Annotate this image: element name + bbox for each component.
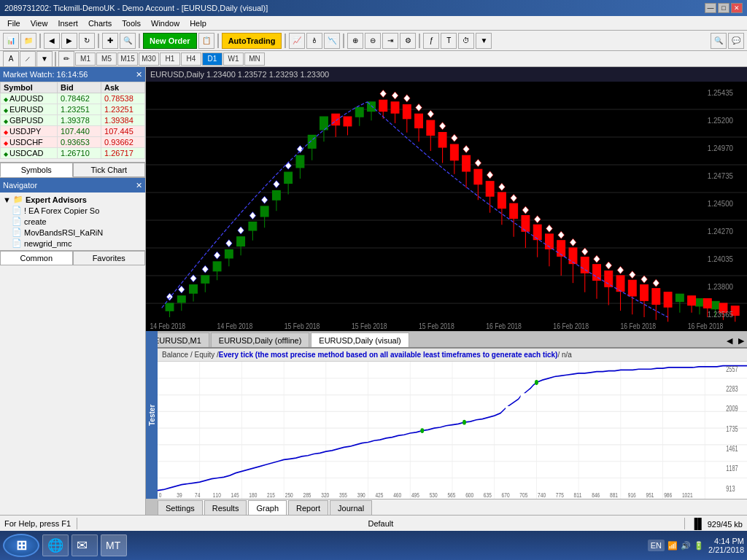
chart-tab-daily-offline[interactable]: EURUSD,Daily (offline): [211, 332, 310, 347]
tb-period-sep[interactable]: ⏱: [458, 33, 474, 49]
mw-tab-symbols[interactable]: Symbols: [0, 163, 73, 177]
locale-indicator[interactable]: EN: [648, 540, 665, 551]
tb-zoom-out[interactable]: ⊖: [365, 33, 381, 49]
tb-news[interactable]: 💬: [728, 33, 744, 49]
tf-h1[interactable]: H1: [160, 52, 180, 66]
menu-view[interactable]: View: [26, 18, 53, 28]
tb-order-icon[interactable]: 📋: [198, 33, 214, 49]
tb-open[interactable]: 📁: [20, 33, 36, 49]
status-bar: For Help, press F1 Default ▐▌ 929/45 kb: [0, 515, 747, 531]
auto-trading-button[interactable]: AutoTrading: [222, 33, 282, 49]
title-text: 2089731202: Tickmill-DemoUK - Demo Accou…: [4, 4, 268, 12]
svg-text:635: 635: [484, 491, 492, 499]
tb-back[interactable]: ◀: [44, 33, 60, 49]
tf-m1[interactable]: M1: [75, 52, 96, 66]
draw-tools-more[interactable]: ▼: [36, 51, 53, 67]
market-watch-row[interactable]: EURUSD1.232511.23251: [1, 104, 145, 115]
menu-help[interactable]: Help: [185, 18, 211, 28]
chart-tab-next-icon[interactable]: ▶: [735, 335, 747, 347]
navigator-close-icon[interactable]: ✕: [136, 181, 142, 190]
tester-tab-settings[interactable]: Settings: [158, 500, 203, 515]
svg-text:215: 215: [267, 491, 275, 499]
market-watch-row[interactable]: USDCHF0.936530.93662: [1, 137, 145, 148]
svg-text:1735: 1735: [726, 425, 738, 433]
status-sep1: [77, 518, 77, 529]
menu-charts[interactable]: Charts: [84, 18, 116, 28]
market-watch-row[interactable]: GBPUSD1.393781.39384: [1, 115, 145, 126]
tester-tabs-bar: Settings Results Graph Report Journal: [158, 499, 747, 515]
menu-tools[interactable]: Tools: [117, 18, 145, 28]
tb-forward[interactable]: ▶: [61, 33, 77, 49]
tb-more[interactable]: ▼: [476, 33, 492, 49]
mw-tab-tick-chart[interactable]: Tick Chart: [73, 163, 146, 177]
tf-mn[interactable]: MN: [244, 52, 265, 66]
tf-d1[interactable]: D1: [202, 52, 222, 66]
chart-tab-daily-visual[interactable]: EURUSD,Daily (visual): [311, 332, 409, 347]
draw-cursor[interactable]: A: [3, 51, 19, 67]
draw-pen[interactable]: ✏: [58, 51, 74, 67]
new-order-button[interactable]: New Order: [143, 33, 197, 49]
graph-area[interactable]: 2557 2283 2009 1735 1461 1187 913 0 39 7…: [158, 362, 747, 499]
nav-item-ea2[interactable]: 📄 create: [10, 216, 144, 227]
tb-properties[interactable]: ⚙: [400, 33, 416, 49]
chart-svg: 1.25435 1.25200 1.24970 1.24735 1.24500 …: [146, 82, 747, 331]
tf-m5[interactable]: M5: [96, 52, 117, 66]
nav-tab-common[interactable]: Common: [0, 251, 73, 265]
tb-sep1: [39, 34, 41, 48]
taskbar-app-mt4[interactable]: MT: [101, 534, 127, 556]
tb-search[interactable]: 🔍: [711, 33, 727, 49]
ask-cell: 0.78538: [101, 93, 145, 104]
start-button[interactable]: ⊞: [3, 534, 39, 557]
tb-crosshair[interactable]: ✚: [102, 33, 118, 49]
tf-h4[interactable]: H4: [181, 52, 201, 66]
tb-chart-line[interactable]: 📉: [324, 33, 340, 49]
tb-new-chart[interactable]: 📊: [3, 33, 19, 49]
tester-tab-journal[interactable]: Journal: [330, 500, 372, 515]
nav-item-ea3[interactable]: 📄 MovBandsRSI_KaRiN: [10, 227, 144, 238]
tester-tab-graph[interactable]: Graph: [248, 500, 287, 515]
nav-item-ea1[interactable]: 📄 ! EA Forex Copier So: [10, 205, 144, 216]
svg-rect-54: [427, 120, 435, 135]
tb-tpl[interactable]: T: [441, 33, 457, 49]
tester-info-bar: Balance / Equity / Every tick (the most …: [158, 349, 747, 362]
tb-indicators[interactable]: ƒ: [423, 33, 439, 49]
maximize-button[interactable]: □: [718, 3, 729, 13]
tb-scroll-right[interactable]: ⇥: [382, 33, 398, 49]
tb-chart-candle[interactable]: 🕯: [306, 33, 322, 49]
tester-tab-results[interactable]: Results: [204, 500, 247, 515]
menu-file[interactable]: File: [3, 18, 25, 28]
taskbar-app-browser[interactable]: 🌐: [42, 534, 69, 556]
tf-m15[interactable]: M15: [117, 52, 138, 66]
ask-cell: 107.445: [101, 126, 145, 137]
title-controls: — □ ✕: [705, 3, 743, 13]
nav-item-expert-advisors[interactable]: ▼ 📁 Expert Advisors: [1, 194, 144, 205]
minimize-button[interactable]: —: [705, 3, 716, 13]
tf-w1[interactable]: W1: [223, 52, 244, 66]
chart-canvas[interactable]: 1.25435 1.25200 1.24970 1.24735 1.24500 …: [146, 82, 747, 331]
svg-point-186: [535, 380, 538, 385]
market-watch-table: Symbol Bid Ask AUDUSD0.784620.78538EURUS…: [0, 82, 145, 159]
chart-tab-prev-icon[interactable]: ◀: [724, 335, 735, 347]
svg-text:16 Feb 2018: 16 Feb 2018: [621, 322, 657, 331]
draw-line[interactable]: ⟋: [20, 51, 36, 67]
tester-tab-report[interactable]: Report: [288, 500, 328, 515]
toolbar1: 📊 📁 ◀ ▶ ↻ ✚ 🔍 New Order 📋 AutoTrading 📈 …: [0, 31, 747, 51]
tb-chart-bar[interactable]: 📈: [289, 33, 305, 49]
tf-m30[interactable]: M30: [139, 52, 159, 66]
tb-zoom-in[interactable]: 🔍: [120, 33, 136, 49]
market-watch-row[interactable]: AUDUSD0.784620.78538: [1, 93, 145, 104]
taskbar-app-mail[interactable]: ✉: [71, 534, 98, 556]
menu-window[interactable]: Window: [147, 18, 184, 28]
nav-item-ea4[interactable]: 📄 newgrid_nmc: [10, 238, 144, 249]
nav-tab-favorites[interactable]: Favorites: [73, 251, 146, 265]
svg-rect-64: [486, 182, 494, 196]
tb-zoom-in2[interactable]: ⊕: [347, 33, 363, 49]
svg-text:285: 285: [303, 491, 311, 499]
market-watch-row[interactable]: USDJPY107.440107.445: [1, 126, 145, 137]
nav-label-ea4: newgrid_nmc: [24, 239, 71, 248]
market-watch-close-icon[interactable]: ✕: [136, 70, 142, 79]
market-watch-row[interactable]: USDCAD1.267101.26717: [1, 148, 145, 159]
close-button[interactable]: ✕: [731, 3, 743, 13]
tb-refresh[interactable]: ↻: [79, 33, 95, 49]
menu-insert[interactable]: Insert: [53, 18, 82, 28]
